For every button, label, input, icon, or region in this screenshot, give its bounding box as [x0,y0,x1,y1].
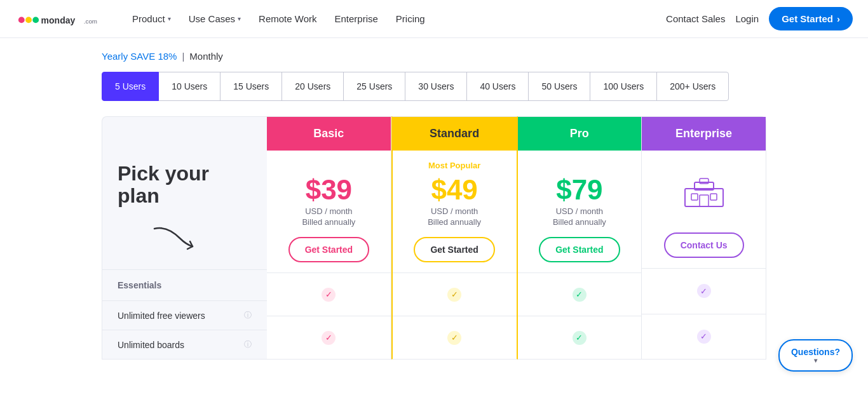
basic-billed: Billed annually [302,217,355,227]
tab-15-users[interactable]: 15 Users [220,72,282,101]
essentials-header: Essentials [102,269,267,300]
pricing-container: Pick your plan Essentials Unlimited free… [0,116,868,360]
check-icon: ✓ [697,330,711,344]
logo[interactable]: monday .com [15,10,104,28]
svg-rect-6 [691,194,698,200]
standard-price: $49 [431,176,477,204]
pro-header: Pro [518,117,642,151]
standard-most-popular: Most Popular [428,161,480,173]
standard-header: Standard [393,117,517,151]
info-icon-boards[interactable]: ⓘ [244,339,252,350]
basic-get-started-button[interactable]: Get Started [288,237,369,262]
plan-enterprise: Enterprise Contact Us [642,116,766,360]
yearly-toggle[interactable]: Yearly SAVE 18% [102,51,177,62]
standard-usd: USD / month [431,206,478,216]
enterprise-body: Contact Us [642,151,766,268]
left-panel: Pick your plan Essentials Unlimited free… [102,116,267,360]
plans-wrapper: Basic $39 USD / month Billed annually Ge… [267,116,766,360]
standard-check-viewers: ✓ [393,273,517,316]
logo-svg: monday .com [15,10,104,28]
enterprise-contact-us-button[interactable]: Contact Us [664,232,744,258]
questions-chevron-icon: ▾ [814,357,817,360]
enterprise-check-viewers: ✓ [642,268,766,314]
tab-200-users[interactable]: 200+ Users [656,72,729,101]
nav-enterprise[interactable]: Enterprise [327,8,385,29]
basic-body: $39 USD / month Billed annually Get Star… [267,151,391,273]
billing-toggle: Yearly SAVE 18% | Monthly [0,38,868,72]
pro-usd: USD / month [556,206,603,216]
standard-billed: Billed annually [428,217,481,227]
nav-use-cases[interactable]: Use Cases ▾ [181,8,248,29]
svg-rect-5 [685,189,723,206]
tab-50-users[interactable]: 50 Users [528,72,590,101]
check-icon: ✓ [697,284,711,298]
monthly-toggle[interactable]: Monthly [189,51,223,62]
feature-row-boards: Unlimited boards ⓘ [102,330,267,359]
tab-100-users[interactable]: 100 Users [590,72,657,101]
enterprise-most-popular [703,161,705,173]
nav-links: Product ▾ Use Cases ▾ Remote Work Enterp… [125,8,666,29]
nav-product[interactable]: Product ▾ [125,8,179,29]
plan-pro: Pro $79 USD / month Billed annually Get … [518,116,642,360]
tab-20-users[interactable]: 20 Users [281,72,344,101]
billing-divider: | [182,51,184,62]
check-icon: ✓ [573,288,587,302]
tab-30-users[interactable]: 30 Users [405,72,467,101]
enterprise-header: Enterprise [642,117,766,151]
pick-plan-box: Pick your plan [102,117,267,269]
pick-plan-title: Pick your plan [118,163,209,207]
plan-standard: Standard Most Popular $49 USD / month Bi… [391,116,518,360]
pro-check-boards: ✓ [518,316,642,359]
use-cases-chevron-icon: ▾ [238,15,241,22]
tab-25-users[interactable]: 25 Users [343,72,405,101]
navbar: monday .com Product ▾ Use Cases ▾ Remote… [0,0,868,38]
standard-body: Most Popular $49 USD / month Billed annu… [393,151,517,273]
user-tabs: 5 Users 10 Users 15 Users 20 Users 25 Us… [0,72,868,116]
feature-row-viewers: Unlimited free viewers ⓘ [102,300,267,330]
tab-10-users[interactable]: 10 Users [158,72,220,101]
questions-bubble[interactable]: Questions? ▾ [778,339,853,360]
nav-remote-work[interactable]: Remote Work [251,8,324,29]
check-icon: ✓ [447,288,461,302]
arrow-decoration-icon [148,222,199,254]
plan-basic: Basic $39 USD / month Billed annually Ge… [267,116,391,360]
basic-header: Basic [267,117,391,151]
nav-pricing[interactable]: Pricing [388,8,433,29]
svg-rect-8 [700,195,709,206]
svg-point-0 [18,17,25,23]
enterprise-building-icon [682,176,726,212]
pro-body: $79 USD / month Billed annually Get Star… [518,151,642,273]
arrow-right-icon: › [837,13,840,24]
check-icon: ✓ [447,331,461,345]
svg-rect-7 [710,194,717,200]
check-icon: ✓ [322,288,336,302]
svg-text:monday: monday [41,15,76,25]
product-chevron-icon: ▾ [168,15,171,22]
basic-usd: USD / month [305,206,352,216]
pro-price: $79 [556,176,602,204]
basic-check-viewers: ✓ [267,273,391,316]
login-link[interactable]: Login [735,13,759,24]
check-icon: ✓ [573,331,587,345]
enterprise-check-boards: ✓ [642,314,766,360]
get-started-button[interactable]: Get Started › [769,7,853,30]
info-icon-viewers[interactable]: ⓘ [244,310,252,321]
tab-5-users[interactable]: 5 Users [102,72,159,101]
tab-40-users[interactable]: 40 Users [466,72,529,101]
basic-price: $39 [306,176,352,204]
nav-right: Contact Sales Login Get Started › [666,7,853,30]
basic-most-popular [328,161,330,173]
svg-point-1 [25,17,32,23]
pro-check-viewers: ✓ [518,273,642,316]
svg-point-2 [32,17,39,23]
standard-check-boards: ✓ [393,316,517,359]
pro-billed: Billed annually [553,217,606,227]
standard-get-started-button[interactable]: Get Started [414,237,494,262]
pro-most-popular [578,161,581,173]
svg-text:.com: .com [84,18,97,25]
check-icon: ✓ [322,331,336,345]
contact-sales-link[interactable]: Contact Sales [666,13,725,24]
basic-check-boards: ✓ [267,316,391,359]
pro-get-started-button[interactable]: Get Started [539,237,620,262]
